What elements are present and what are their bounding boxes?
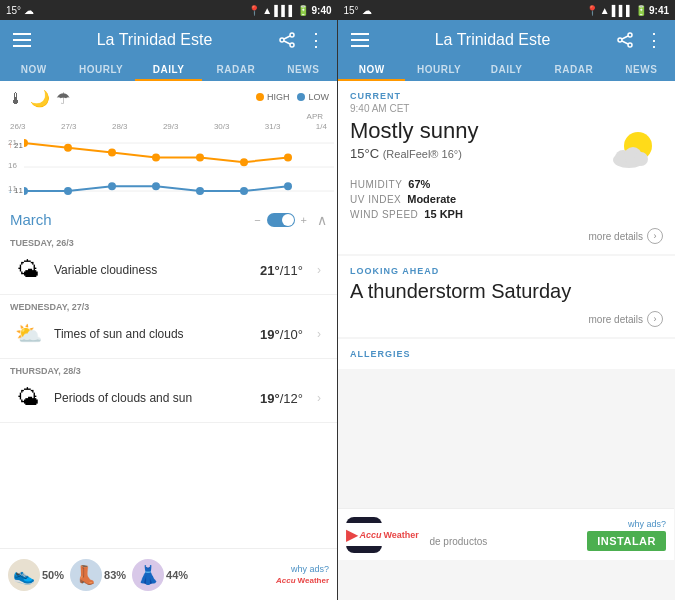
status-temp-right: 15° xyxy=(344,5,359,16)
tab-news-right[interactable]: NEWS xyxy=(608,58,675,81)
more-button-right[interactable]: ⋮ xyxy=(641,28,665,52)
svg-point-30 xyxy=(628,43,632,47)
day-icon-0: 🌤 xyxy=(10,252,46,288)
details-grid: HUMIDITY 67% UV INDEX Moderate WIND SPEE… xyxy=(350,178,663,220)
day-detail-1: ⛅ Times of sun and clouds 19°/10° › xyxy=(10,316,327,352)
tab-daily-left[interactable]: DAILY xyxy=(135,58,202,81)
svg-rect-1 xyxy=(13,39,31,41)
day-label-0: TUESDAY, 26/3 xyxy=(10,238,327,248)
current-main: Mostly sunny 15°C (RealFeel® 16°) xyxy=(350,118,663,178)
toggle-knob xyxy=(282,214,294,226)
tab-hourly-right[interactable]: HOURLY xyxy=(405,58,472,81)
more-details-arrow-2: › xyxy=(647,311,663,327)
more-details-looking[interactable]: more details › xyxy=(350,311,663,327)
looking-text: A thunderstorm Saturday xyxy=(350,280,663,303)
menu-button-right[interactable] xyxy=(348,28,372,52)
status-time-left: 9:40 xyxy=(311,5,331,16)
tab-radar-right[interactable]: RADAR xyxy=(540,58,607,81)
menu-button-left[interactable] xyxy=(10,28,34,52)
svg-line-7 xyxy=(284,41,290,44)
status-cloud-right: ☁ xyxy=(362,5,372,16)
ad-pct-2: 44% xyxy=(166,569,188,581)
svg-point-5 xyxy=(290,43,294,47)
tab-radar-left[interactable]: RADAR xyxy=(202,58,269,81)
current-label: CURRENT xyxy=(350,91,663,101)
temp-label-11: 11 xyxy=(8,184,17,193)
panel-left: La Trinidad Este ⋮ NOW HOURLY DAILY RADA… xyxy=(0,20,337,600)
status-time-right: 9:41 xyxy=(649,5,669,16)
city-title-right: La Trinidad Este xyxy=(372,31,613,49)
accu-triangle: ▶ xyxy=(346,525,358,544)
accu-logo-right: Accu xyxy=(360,530,382,540)
day-temp-1: 19°/10° xyxy=(260,327,303,342)
looking-card: LOOKING AHEAD A thunderstorm Saturday mo… xyxy=(338,256,675,337)
status-signal-left: ▌▌▌ xyxy=(274,5,295,16)
current-info: Mostly sunny 15°C (RealFeel® 16°) xyxy=(350,118,478,171)
install-button[interactable]: INSTALAR xyxy=(587,531,666,551)
status-wifi-left: ▲ xyxy=(262,5,272,16)
svg-point-28 xyxy=(628,33,632,37)
day-temp-0: 21°/11° xyxy=(260,263,303,278)
city-title-left: La Trinidad Este xyxy=(34,31,275,49)
allergies-label: ALLERGIES xyxy=(350,349,663,359)
nav-tabs-right: NOW HOURLY DAILY RADAR NEWS xyxy=(338,58,675,81)
svg-point-29 xyxy=(618,38,622,42)
ad-icon-0: 👟 xyxy=(8,559,40,591)
why-ads-right[interactable]: why ads? xyxy=(628,519,666,529)
accu-logo-left: Accu xyxy=(276,576,296,585)
month-controls: − + ∧ xyxy=(254,212,327,228)
legend-high: HIGH xyxy=(267,92,290,102)
nav-tabs-left: NOW HOURLY DAILY RADAR NEWS xyxy=(0,58,337,81)
day-icon-2: 🌤 xyxy=(10,380,46,416)
more-details-current[interactable]: more details › xyxy=(350,228,663,244)
date-6: 1/4 xyxy=(316,122,327,131)
uv-row: UV INDEX Moderate xyxy=(350,193,663,205)
now-content: CURRENT 9:40 AM CET Mostly sunny 15°C (R… xyxy=(338,81,675,600)
current-condition: Mostly sunny xyxy=(350,118,478,144)
more-button-left[interactable]: ⋮ xyxy=(303,28,327,52)
why-ads-left[interactable]: why ads? xyxy=(291,564,329,574)
looking-label: LOOKING AHEAD xyxy=(350,266,663,276)
temp-label-16: 16 xyxy=(8,161,17,170)
more-details-arrow: › xyxy=(647,228,663,244)
ads-bar-left: 👟 50% 👢 83% 👗 44% why ads? Accu Weather xyxy=(0,548,337,600)
status-temp-left: 15° xyxy=(6,5,21,16)
chevron-0[interactable]: › xyxy=(311,262,327,278)
plus-btn[interactable]: + xyxy=(301,214,307,226)
day-detail-0: 🌤 Variable cloudiness 21°/11° › xyxy=(10,252,327,288)
month-header: March − + ∧ xyxy=(0,207,337,232)
tab-now-left[interactable]: NOW xyxy=(0,58,67,81)
tab-daily-right[interactable]: DAILY xyxy=(473,58,540,81)
moon-icon: 🌙 xyxy=(30,89,50,108)
ad-icon-2: 👗 xyxy=(132,559,164,591)
tab-hourly-left[interactable]: HOURLY xyxy=(67,58,134,81)
date-4: 30/3 xyxy=(214,122,230,131)
panel-right: La Trinidad Este ⋮ NOW HOURLY DAILY RADA… xyxy=(338,20,675,600)
status-location-icon-right: 📍 xyxy=(586,5,598,16)
toggle-switch[interactable] xyxy=(267,213,295,227)
svg-point-3 xyxy=(290,33,294,37)
svg-rect-25 xyxy=(351,33,369,35)
day-label-2: THURSDAY, 28/3 xyxy=(10,366,327,376)
share-button-left[interactable] xyxy=(275,28,299,52)
weather-icon-sun xyxy=(603,118,663,178)
tab-now-right[interactable]: NOW xyxy=(338,58,405,81)
svg-line-6 xyxy=(284,36,290,39)
status-bar-right: 15° ☁ 📍 ▲ ▌▌▌ 🔋 9:41 xyxy=(338,0,676,20)
date-1: 27/3 xyxy=(61,122,77,131)
minus-btn[interactable]: − xyxy=(254,214,260,226)
collapse-btn[interactable]: ∧ xyxy=(317,212,327,228)
ad-icon-1: 👢 xyxy=(70,559,102,591)
date-0: 26/3 xyxy=(10,122,26,131)
day-row-wednesday: WEDNESDAY, 27/3 ⛅ Times of sun and cloud… xyxy=(0,296,337,359)
share-button-right[interactable] xyxy=(613,28,637,52)
status-cloud-left: ☁ xyxy=(24,5,34,16)
svg-point-4 xyxy=(280,38,284,42)
current-temp: 15°C (RealFeel® 16°) xyxy=(350,146,478,161)
chevron-1[interactable]: › xyxy=(311,326,327,342)
tab-news-left[interactable]: NEWS xyxy=(270,58,337,81)
current-card: CURRENT 9:40 AM CET Mostly sunny 15°C (R… xyxy=(338,81,675,254)
chevron-2[interactable]: › xyxy=(311,390,327,406)
status-battery-left: 🔋 xyxy=(297,5,309,16)
wind-row: WIND SPEED 15 KPH xyxy=(350,208,663,220)
